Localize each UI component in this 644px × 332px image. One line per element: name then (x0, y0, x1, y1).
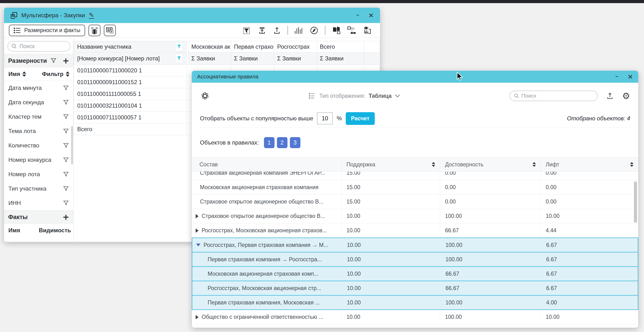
pivot-column-header[interactable]: Всего (317, 41, 364, 52)
expand-icon[interactable] (196, 214, 198, 218)
sort-icon[interactable] (532, 162, 536, 167)
row-subheader-cell[interactable]: [Номер конкурса] [Номер лота] (74, 52, 187, 65)
main-titlebar[interactable]: Мультисфера - Закупки ✎ – ✕ (4, 8, 380, 23)
filter-icon[interactable] (63, 142, 69, 148)
copy-pages-icon[interactable] (332, 26, 341, 35)
sidebar-dimension-item[interactable]: Количество (4, 138, 73, 153)
gear-icon[interactable]: ⚙ (622, 92, 630, 100)
row-header-cell[interactable]: Название участника (74, 41, 187, 52)
sidebar-dimension-item[interactable]: Дата секунда (4, 95, 73, 110)
sidebar-search-input[interactable] (20, 43, 67, 50)
expand-icon[interactable] (196, 228, 198, 233)
rule-row[interactable]: Росгосстрах, Московская акционерная стр.… (192, 281, 638, 296)
name-column-label: Имя (8, 71, 20, 78)
rule-row[interactable]: Первая страховая компания → Росгосстра..… (192, 252, 638, 267)
pivot-column-header[interactable]: Росгосстрах (274, 41, 317, 52)
minimize-button[interactable]: – (356, 11, 360, 18)
dimensions-facts-button[interactable]: Размерности и факты (9, 25, 85, 36)
rule-row[interactable]: Первая страховая компания, Московская ..… (192, 296, 638, 310)
sidebar-dimension-item[interactable]: Номер лота (4, 167, 73, 182)
dialog-search-input[interactable] (522, 93, 594, 99)
rule-size-button[interactable]: 1 (264, 137, 274, 148)
filter-icon[interactable] (63, 99, 69, 106)
rule-row[interactable]: Страховое открытое акционерное общество … (192, 195, 638, 209)
add-dimension-button[interactable]: + (62, 56, 70, 65)
filter-icon[interactable] (63, 128, 69, 134)
filter-icon[interactable] (63, 186, 69, 192)
import-icon[interactable] (258, 26, 266, 35)
sidebar-dimension-item[interactable]: Тема лота (4, 124, 73, 138)
filter-icon[interactable] (63, 85, 69, 91)
screen-top-strip (0, 0, 644, 3)
pivot-measure-header[interactable]: Σ Заявки (274, 52, 317, 65)
display-type-label: Тип отображения: (319, 93, 365, 99)
rule-row[interactable]: Росгосстрах, Первая страховая компания →… (192, 238, 638, 252)
dialog-titlebar[interactable]: Ассоциативные правила – ✕ (192, 71, 638, 83)
column-label: Лифт (546, 161, 559, 168)
popularity-threshold-input[interactable] (317, 112, 333, 124)
column-filter-button[interactable] (175, 54, 183, 63)
pivot-measure-header[interactable]: Σ Заявки (231, 52, 274, 65)
dialog-minimize-button[interactable]: – (615, 73, 618, 79)
structure-icon[interactable] (347, 26, 356, 35)
expand-icon[interactable] (196, 315, 198, 319)
rule-composition: Росгосстрах, Московская акционерная стр.… (208, 285, 321, 292)
close-button[interactable]: ✕ (368, 12, 374, 19)
rule-size-button[interactable]: 2 (277, 137, 288, 148)
calculate-button[interactable]: Расчет (346, 112, 375, 125)
filter-icon[interactable] (63, 157, 69, 163)
export-icon[interactable] (606, 92, 614, 100)
sidebar-search[interactable] (8, 41, 70, 52)
filter-selection-icon[interactable] (243, 26, 252, 35)
display-type-selector[interactable]: Тип отображения: Таблица (309, 83, 400, 109)
sort-by-filter[interactable]: Фильтр (42, 71, 70, 78)
rules-table-scrollbar[interactable] (634, 182, 637, 222)
pivot-measure-header[interactable]: Σ Заявки (188, 52, 231, 65)
filter-icon[interactable] (63, 200, 69, 206)
rule-row[interactable]: Страховое открытое акционерное общество … (192, 209, 638, 224)
rule-confidence: 66.67 (445, 227, 459, 234)
dialog-close-button[interactable]: ✕ (628, 74, 633, 80)
bar-chart-icon[interactable] (294, 26, 303, 35)
table-layout-icon (106, 26, 114, 34)
display-type-value: Таблица (368, 93, 392, 99)
knot-logo-icon[interactable] (200, 91, 210, 101)
filter-icon[interactable] (50, 58, 56, 64)
column-filter-button[interactable] (175, 42, 183, 51)
column-header-lift[interactable]: Лифт (541, 158, 638, 172)
sidebar-scrollbar[interactable] (71, 126, 73, 164)
rule-row[interactable]: Страховая акционерная компания ЭНЕРГОГАР… (192, 172, 638, 180)
rule-row[interactable]: Московская акционерная страховая компани… (192, 180, 638, 195)
compass-icon[interactable] (310, 26, 319, 35)
edit-title-icon[interactable]: ✎ (89, 12, 94, 19)
column-header-confidence[interactable]: Достоверность (440, 158, 541, 172)
export-icon[interactable] (272, 26, 281, 35)
sort-by-name[interactable]: Имя (8, 71, 26, 78)
sort-icon[interactable] (630, 162, 634, 167)
table-layout-button[interactable] (104, 25, 116, 36)
add-fact-button[interactable]: + (62, 213, 70, 221)
rule-row[interactable]: Общество с ограниченной ответственностью… (192, 310, 638, 324)
pivot-column-header[interactable]: Первая страхо (231, 41, 274, 52)
filter-icon[interactable] (63, 114, 69, 120)
sidebar: Размерности + Имя Фильтр Да (4, 38, 74, 242)
sort-icon[interactable] (432, 162, 435, 167)
sidebar-dimension-item[interactable]: Номер конкурса (4, 153, 73, 167)
filter-icon[interactable] (63, 171, 69, 178)
eye-panel-icon[interactable] (362, 26, 372, 35)
rule-row[interactable]: Росгосстрах, Московская акционерная стра… (192, 224, 638, 238)
pivot-measure-header[interactable]: Σ Заявки (317, 52, 364, 65)
rules-table-body: Страховая акционерная компания ЭНЕРГОГАР… (192, 172, 638, 328)
column-header-support[interactable]: Поддержка (342, 158, 440, 172)
sidebar-dimension-item[interactable]: Кластер тем (4, 110, 73, 124)
pivot-column-header[interactable]: Московская ак (188, 41, 231, 52)
expand-icon[interactable] (196, 244, 200, 246)
column-header-composition[interactable]: Состав (192, 158, 342, 172)
sidebar-dimension-item[interactable]: Дата минута (4, 81, 73, 95)
rule-row[interactable]: Московская акционерная страховая комп...… (192, 267, 638, 281)
dialog-search[interactable] (510, 90, 598, 101)
rule-size-button[interactable]: 3 (290, 137, 300, 148)
column-width-button[interactable] (88, 25, 100, 36)
sidebar-dimension-item[interactable]: ИНН (4, 196, 73, 210)
sidebar-dimension-item[interactable]: Тип участника (4, 182, 73, 196)
